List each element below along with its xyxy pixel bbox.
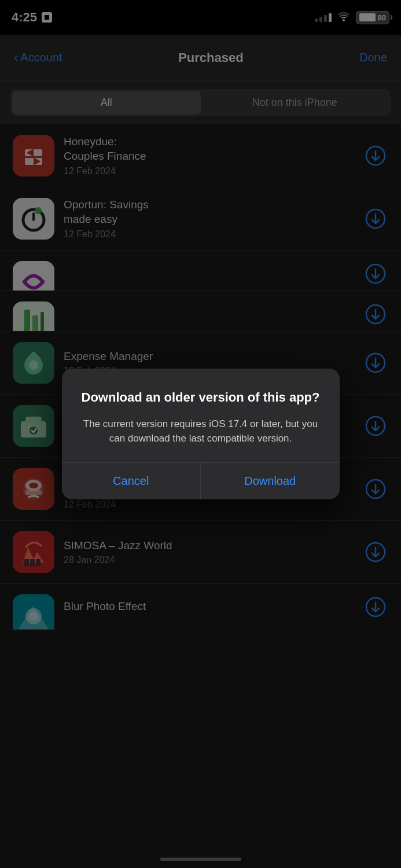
download-confirm-button[interactable]: Download bbox=[201, 463, 340, 499]
modal-overlay: Download an older version of this app? T… bbox=[0, 0, 401, 868]
dialog: Download an older version of this app? T… bbox=[62, 369, 340, 499]
cancel-button[interactable]: Cancel bbox=[62, 463, 201, 499]
modal-content: Download an older version of this app? T… bbox=[62, 369, 340, 462]
modal-title: Download an older version of this app? bbox=[79, 389, 322, 406]
modal-actions: Cancel Download bbox=[62, 462, 340, 499]
modal-body: The current version requires iOS 17.4 or… bbox=[79, 417, 322, 446]
